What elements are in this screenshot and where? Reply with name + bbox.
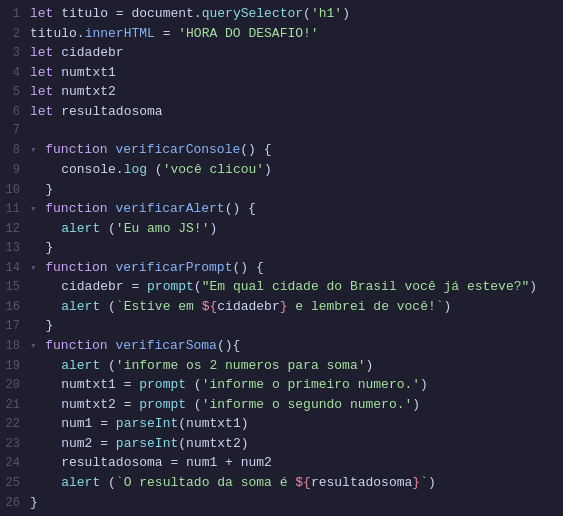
code-line-15: 15 cidadebr = prompt("Em qual cidade do … (0, 277, 563, 297)
line-content-2: titulo.innerHTML = 'HORA DO DESAFIO!' (30, 24, 319, 43)
line-num-21: 21 (0, 396, 30, 415)
line-content-12: alert ('Eu amo JS!') (30, 219, 217, 238)
line-num-18: 18 (0, 337, 30, 356)
code-editor: 1 let titulo = document.querySelector('h… (0, 0, 563, 516)
line-content-9: console.log ('você clicou') (30, 160, 272, 179)
code-line-10: 10 } (0, 180, 563, 200)
line-num-19: 19 (0, 357, 30, 376)
code-line-11: 11 ▾ function verificarAlert() { (0, 199, 563, 219)
line-num-9: 9 (0, 161, 30, 180)
line-num-20: 20 (0, 376, 30, 395)
line-content-23: num2 = parseInt(numtxt2) (30, 434, 249, 453)
code-line-16: 16 alert (`Estive em ${cidadebr} e lembr… (0, 297, 563, 317)
line-num-7: 7 (0, 121, 30, 140)
code-line-23: 23 num2 = parseInt(numtxt2) (0, 434, 563, 454)
line-content-10: } (30, 180, 53, 199)
code-line-5: 5 let numtxt2 (0, 82, 563, 102)
line-num-26: 26 (0, 494, 30, 513)
line-num-14: 14 (0, 259, 30, 278)
code-line-21: 21 numtxt2 = prompt ('informe o segundo … (0, 395, 563, 415)
code-line-9: 9 console.log ('você clicou') (0, 160, 563, 180)
line-content-4: let numtxt1 (30, 63, 116, 82)
line-num-23: 23 (0, 435, 30, 454)
line-num-6: 6 (0, 103, 30, 122)
code-line-26: 26 } (0, 493, 563, 513)
line-num-11: 11 (0, 200, 30, 219)
line-content-22: num1 = parseInt(numtxt1) (30, 414, 249, 433)
line-num-22: 22 (0, 415, 30, 434)
line-content-16: alert (`Estive em ${cidadebr} e lembrei … (30, 297, 451, 316)
line-content-18: ▾ function verificarSoma(){ (30, 336, 240, 356)
code-line-17: 17 } (0, 316, 563, 336)
code-line-14: 14 ▾ function verificarPrompt() { (0, 258, 563, 278)
line-content-14: ▾ function verificarPrompt() { (30, 258, 264, 278)
code-line-4: 4 let numtxt1 (0, 63, 563, 83)
line-content-5: let numtxt2 (30, 82, 116, 101)
line-num-8: 8 (0, 141, 30, 160)
line-num-5: 5 (0, 83, 30, 102)
line-content-15: cidadebr = prompt("Em qual cidade do Bra… (30, 277, 537, 296)
line-num-17: 17 (0, 317, 30, 336)
line-content-19: alert ('informe os 2 numeros para soma') (30, 356, 373, 375)
code-line-3: 3 let cidadebr (0, 43, 563, 63)
code-line-12: 12 alert ('Eu amo JS!') (0, 219, 563, 239)
code-line-18: 18 ▾ function verificarSoma(){ (0, 336, 563, 356)
code-line-2: 2 titulo.innerHTML = 'HORA DO DESAFIO!' (0, 24, 563, 44)
line-num-12: 12 (0, 220, 30, 239)
line-num-4: 4 (0, 64, 30, 83)
line-num-1: 1 (0, 5, 30, 24)
line-content-3: let cidadebr (30, 43, 124, 62)
code-line-8: 8 ▾ function verificarConsole() { (0, 140, 563, 160)
line-content-25: alert (`O resultado da soma é ${resultad… (30, 473, 436, 492)
line-content-11: ▾ function verificarAlert() { (30, 199, 256, 219)
code-line-24: 24 resultadosoma = num1 + num2 (0, 453, 563, 473)
line-content-17: } (30, 316, 53, 335)
code-line-13: 13 } (0, 238, 563, 258)
code-line-22: 22 num1 = parseInt(numtxt1) (0, 414, 563, 434)
line-content-8: ▾ function verificarConsole() { (30, 140, 272, 160)
code-line-1: 1 let titulo = document.querySelector('h… (0, 4, 563, 24)
line-num-15: 15 (0, 278, 30, 297)
line-content-21: numtxt2 = prompt ('informe o segundo num… (30, 395, 420, 414)
line-num-13: 13 (0, 239, 30, 258)
line-num-25: 25 (0, 474, 30, 493)
code-line-20: 20 numtxt1 = prompt ('informe o primeiro… (0, 375, 563, 395)
line-content-6: let resultadosoma (30, 102, 163, 121)
code-line-7: 7 (0, 121, 563, 140)
line-content-24: resultadosoma = num1 + num2 (30, 453, 272, 472)
code-line-19: 19 alert ('informe os 2 numeros para som… (0, 356, 563, 376)
line-num-2: 2 (0, 25, 30, 44)
line-content-20: numtxt1 = prompt ('informe o primeiro nu… (30, 375, 428, 394)
line-num-3: 3 (0, 44, 30, 63)
line-content-13: } (30, 238, 53, 257)
line-num-10: 10 (0, 181, 30, 200)
code-line-6: 6 let resultadosoma (0, 102, 563, 122)
line-content-26: } (30, 493, 38, 512)
line-num-16: 16 (0, 298, 30, 317)
code-line-25: 25 alert (`O resultado da soma é ${resul… (0, 473, 563, 493)
line-content-1: let titulo = document.querySelector('h1'… (30, 4, 350, 23)
line-num-24: 24 (0, 454, 30, 473)
